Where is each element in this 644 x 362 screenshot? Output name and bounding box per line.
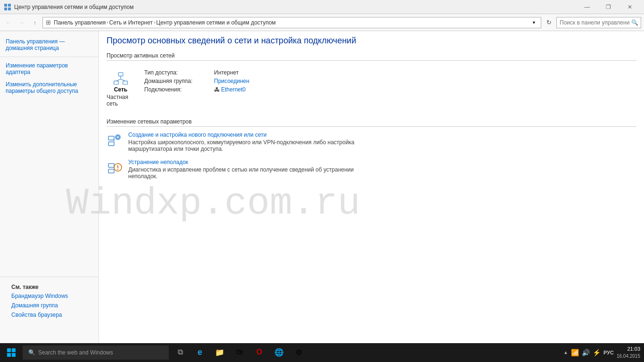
taskbar: 🔍 Search the web and Windows ⧉ e 📁 🛍 O 🌐…: [0, 343, 644, 362]
action-icon-2: [107, 159, 124, 176]
windows-logo-icon: [7, 348, 16, 357]
window-title: Центр управления сетями и общим доступом: [14, 4, 134, 10]
svg-rect-6: [123, 81, 128, 84]
taskbar-edge[interactable]: e: [190, 343, 209, 362]
sidebar-link-adapter[interactable]: Изменение параметров адаптера: [0, 61, 99, 77]
search-icon: 🔍: [631, 19, 638, 26]
sidebar-link-sharing[interactable]: Изменить дополнительные параметры общего…: [0, 80, 99, 96]
network-systray-icon[interactable]: 📶: [571, 349, 579, 356]
svg-rect-5: [114, 81, 119, 84]
active-networks-header: Просмотр активных сетей: [107, 52, 636, 61]
breadcrumb-sep-1: ›: [107, 20, 108, 25]
action-1-text: Создание и настройка нового подключения …: [128, 132, 364, 152]
title-bar-icon: [4, 3, 11, 11]
action-troubleshoot[interactable]: Устранение неполадок Диагностика и испра…: [107, 159, 636, 180]
svg-line-9: [121, 79, 125, 81]
svg-rect-0: [4, 4, 7, 7]
taskbar-task-view[interactable]: ⧉: [171, 343, 190, 362]
actions-section: Изменение сетевых параметров Создан: [107, 118, 636, 180]
taskbar-clock[interactable]: 21:03 16.04.2015: [617, 346, 640, 359]
see-also-firewall[interactable]: Брандмауэр Windows: [6, 291, 93, 301]
taskbar-opera[interactable]: O: [250, 343, 269, 362]
breadcrumb-network-center: Центр управления сетями и общим доступом: [156, 19, 276, 26]
up-button[interactable]: ↑: [29, 17, 41, 28]
action-1-desc: Настройка широкополосного, коммутируемог…: [128, 139, 364, 152]
taskbar-apps: ⧉ e 📁 🛍 O 🌐 ⚙: [171, 343, 308, 362]
homegroup-label: Домашняя группа:: [144, 78, 210, 84]
extra-icon-2: ⚙: [296, 348, 302, 357]
task-view-icon: ⧉: [178, 348, 183, 356]
systray-arrow[interactable]: ▲: [563, 350, 568, 355]
change-settings-header: Изменение сетевых параметров: [107, 118, 636, 127]
taskbar-search-box[interactable]: 🔍 Search the web and Windows: [23, 346, 169, 360]
see-also-browser[interactable]: Свойства браузера: [6, 310, 93, 320]
breadcrumb-sep-2: ›: [154, 20, 155, 25]
minimize-button[interactable]: —: [577, 0, 598, 14]
svg-rect-23: [12, 348, 16, 352]
network-name: Сеть: [114, 86, 127, 93]
breadcrumb-net-internet: Сеть и Интернет: [109, 19, 153, 26]
network-icon-box: Сеть Частная сеть: [107, 69, 135, 107]
sidebar-divider-1: [0, 57, 99, 57]
taskbar-search-text: Search the web and Windows: [38, 349, 113, 356]
taskbar-search-icon: 🔍: [28, 349, 35, 356]
address-dropdown-button[interactable]: ▾: [529, 17, 538, 28]
network-card: Сеть Частная сеть Тип доступа: Интернет …: [107, 66, 636, 111]
connection-label: Подключения:: [144, 86, 210, 93]
title-bar-controls: — ❐ ✕: [577, 0, 640, 14]
restore-button[interactable]: ❐: [598, 0, 619, 14]
page-title: Просмотр основных сведений о сети и наст…: [107, 36, 636, 46]
svg-rect-24: [7, 353, 11, 357]
refresh-button[interactable]: ↻: [543, 17, 554, 28]
network-details: Тип доступа: Интернет Домашняя группа: П…: [144, 69, 249, 95]
taskbar-file-explorer[interactable]: 📁: [210, 343, 229, 362]
address-input-box[interactable]: ⊞ Панель управления › Сеть и Интернет › …: [42, 17, 541, 28]
action-icon-1: [107, 132, 124, 148]
language-indicator[interactable]: РУС: [603, 350, 614, 355]
action-create-connection[interactable]: Создание и настройка нового подключения …: [107, 132, 636, 152]
opera-icon: O: [256, 348, 262, 356]
create-connection-icon: [107, 132, 123, 148]
svg-rect-17: [108, 164, 114, 167]
edge-icon: e: [198, 347, 202, 357]
file-explorer-icon: 📁: [215, 348, 224, 357]
address-bar: ← → ↑ ⊞ Панель управления › Сеть и Интер…: [0, 14, 644, 31]
action-2-title[interactable]: Устранение неполадок: [128, 159, 364, 165]
action-2-desc: Диагностика и исправление проблем с сеть…: [128, 166, 364, 180]
svg-rect-1: [8, 4, 11, 7]
svg-rect-22: [7, 348, 11, 352]
extra-icon-1: 🌐: [274, 348, 284, 357]
svg-line-8: [116, 79, 121, 81]
access-type-row: Тип доступа: Интернет: [144, 69, 249, 76]
title-bar: Центр управления сетями и общим доступом…: [0, 0, 644, 14]
back-button[interactable]: ←: [3, 17, 14, 28]
taskbar-time-display: 21:03: [617, 346, 640, 353]
sidebar-home-link[interactable]: Панель управления — домашняя страница: [0, 37, 99, 53]
see-also-homegroup[interactable]: Домашняя группа: [6, 301, 93, 310]
taskbar-store[interactable]: 🛍: [230, 343, 249, 362]
taskbar-right: ▲ 📶 🔊 ⚡ РУС 21:03 16.04.2015: [563, 346, 644, 359]
network-type: Частная сеть: [107, 94, 135, 107]
access-type-value: Интернет: [214, 69, 239, 76]
troubleshoot-icon: [107, 160, 123, 175]
control-panel-search[interactable]: [556, 17, 641, 28]
action-1-title[interactable]: Создание и настройка нового подключения …: [128, 132, 364, 138]
svg-point-21: [117, 169, 118, 170]
taskbar-extra-1[interactable]: 🌐: [270, 343, 289, 362]
start-button[interactable]: [0, 343, 23, 362]
connection-row: Подключения: 🖧 Ethernet0: [144, 86, 249, 93]
homegroup-row: Домашняя группа: Присоединен: [144, 78, 249, 84]
store-icon: 🛍: [236, 348, 243, 356]
see-also-title: См. также: [6, 281, 93, 291]
access-type-label: Тип доступа:: [144, 69, 210, 76]
connection-value[interactable]: Ethernet0: [221, 86, 246, 93]
power-icon[interactable]: ⚡: [593, 349, 601, 356]
homegroup-value[interactable]: Присоединен: [214, 78, 249, 84]
network-svg-icon: [113, 71, 128, 86]
svg-rect-10: [108, 136, 114, 140]
forward-button[interactable]: →: [16, 17, 27, 28]
close-button[interactable]: ✕: [619, 0, 640, 14]
taskbar-extra-2[interactable]: ⚙: [289, 343, 308, 362]
see-also-section: См. также Брандмауэр Windows Домашняя гр…: [0, 277, 99, 323]
volume-icon[interactable]: 🔊: [582, 349, 590, 356]
